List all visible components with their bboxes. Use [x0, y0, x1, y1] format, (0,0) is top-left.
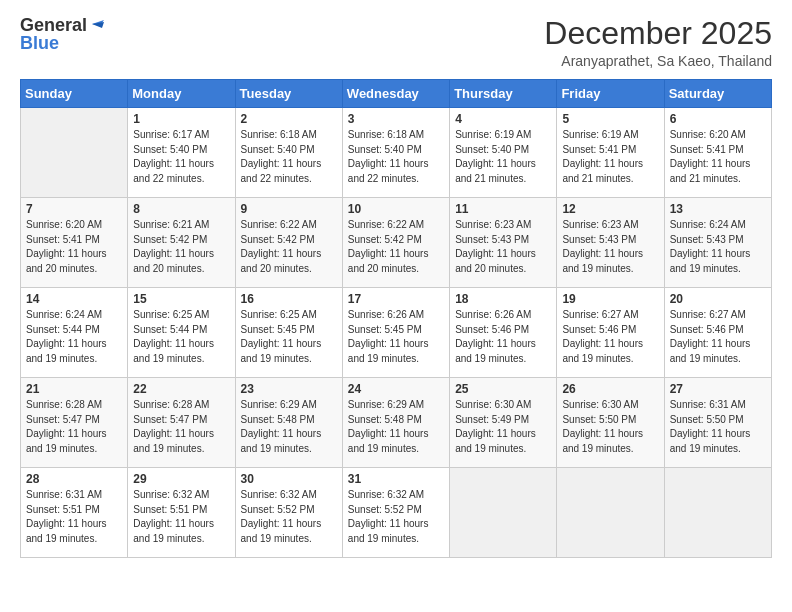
day-number: 8: [133, 202, 229, 216]
sunrise-text: Sunrise: 6:28 AM: [26, 399, 102, 410]
day-number: 1: [133, 112, 229, 126]
weekday-header-sunday: Sunday: [21, 80, 128, 108]
calendar-week-2: 7Sunrise: 6:20 AMSunset: 5:41 PMDaylight…: [21, 198, 772, 288]
calendar-cell: 21Sunrise: 6:28 AMSunset: 5:47 PMDayligh…: [21, 378, 128, 468]
sunrise-text: Sunrise: 6:23 AM: [455, 219, 531, 230]
day-number: 16: [241, 292, 337, 306]
calendar-cell: 5Sunrise: 6:19 AMSunset: 5:41 PMDaylight…: [557, 108, 664, 198]
sunrise-text: Sunrise: 6:32 AM: [348, 489, 424, 500]
cell-info: Sunrise: 6:25 AMSunset: 5:44 PMDaylight:…: [133, 308, 229, 366]
sunset-text: Sunset: 5:48 PM: [241, 414, 315, 425]
sunset-text: Sunset: 5:42 PM: [133, 234, 207, 245]
sunset-text: Sunset: 5:50 PM: [562, 414, 636, 425]
sunset-text: Sunset: 5:42 PM: [241, 234, 315, 245]
cell-info: Sunrise: 6:19 AMSunset: 5:40 PMDaylight:…: [455, 128, 551, 186]
sunset-text: Sunset: 5:51 PM: [26, 504, 100, 515]
cell-info: Sunrise: 6:26 AMSunset: 5:46 PMDaylight:…: [455, 308, 551, 366]
sunset-text: Sunset: 5:46 PM: [562, 324, 636, 335]
cell-info: Sunrise: 6:28 AMSunset: 5:47 PMDaylight:…: [26, 398, 122, 456]
sunrise-text: Sunrise: 6:31 AM: [670, 399, 746, 410]
page-header: General Blue December 2025 Aranyaprathet…: [20, 16, 772, 69]
weekday-header-monday: Monday: [128, 80, 235, 108]
day-number: 25: [455, 382, 551, 396]
cell-info: Sunrise: 6:24 AMSunset: 5:43 PMDaylight:…: [670, 218, 766, 276]
cell-info: Sunrise: 6:19 AMSunset: 5:41 PMDaylight:…: [562, 128, 658, 186]
calendar-cell: 31Sunrise: 6:32 AMSunset: 5:52 PMDayligh…: [342, 468, 449, 558]
calendar-cell: 18Sunrise: 6:26 AMSunset: 5:46 PMDayligh…: [450, 288, 557, 378]
cell-info: Sunrise: 6:22 AMSunset: 5:42 PMDaylight:…: [348, 218, 444, 276]
cell-info: Sunrise: 6:26 AMSunset: 5:45 PMDaylight:…: [348, 308, 444, 366]
sunset-text: Sunset: 5:40 PM: [455, 144, 529, 155]
sunrise-text: Sunrise: 6:22 AM: [241, 219, 317, 230]
cell-info: Sunrise: 6:29 AMSunset: 5:48 PMDaylight:…: [348, 398, 444, 456]
cell-info: Sunrise: 6:18 AMSunset: 5:40 PMDaylight:…: [241, 128, 337, 186]
calendar-cell: 26Sunrise: 6:30 AMSunset: 5:50 PMDayligh…: [557, 378, 664, 468]
day-number: 7: [26, 202, 122, 216]
daylight-label: Daylight: 11 hours and 20 minutes.: [241, 248, 322, 274]
sunset-text: Sunset: 5:48 PM: [348, 414, 422, 425]
calendar-header: SundayMondayTuesdayWednesdayThursdayFrid…: [21, 80, 772, 108]
calendar-cell: 8Sunrise: 6:21 AMSunset: 5:42 PMDaylight…: [128, 198, 235, 288]
sunset-text: Sunset: 5:41 PM: [562, 144, 636, 155]
sunrise-text: Sunrise: 6:20 AM: [670, 129, 746, 140]
sunrise-text: Sunrise: 6:32 AM: [133, 489, 209, 500]
cell-info: Sunrise: 6:25 AMSunset: 5:45 PMDaylight:…: [241, 308, 337, 366]
daylight-label: Daylight: 11 hours and 20 minutes.: [348, 248, 429, 274]
day-number: 18: [455, 292, 551, 306]
sunrise-text: Sunrise: 6:18 AM: [241, 129, 317, 140]
cell-info: Sunrise: 6:27 AMSunset: 5:46 PMDaylight:…: [562, 308, 658, 366]
daylight-label: Daylight: 11 hours and 19 minutes.: [348, 338, 429, 364]
daylight-label: Daylight: 11 hours and 19 minutes.: [26, 338, 107, 364]
daylight-label: Daylight: 11 hours and 19 minutes.: [348, 518, 429, 544]
calendar-cell: 12Sunrise: 6:23 AMSunset: 5:43 PMDayligh…: [557, 198, 664, 288]
daylight-label: Daylight: 11 hours and 22 minutes.: [241, 158, 322, 184]
sunrise-text: Sunrise: 6:29 AM: [241, 399, 317, 410]
calendar-cell: 16Sunrise: 6:25 AMSunset: 5:45 PMDayligh…: [235, 288, 342, 378]
sunset-text: Sunset: 5:43 PM: [455, 234, 529, 245]
cell-info: Sunrise: 6:18 AMSunset: 5:40 PMDaylight:…: [348, 128, 444, 186]
calendar-cell: 17Sunrise: 6:26 AMSunset: 5:45 PMDayligh…: [342, 288, 449, 378]
day-number: 30: [241, 472, 337, 486]
daylight-label: Daylight: 11 hours and 19 minutes.: [670, 428, 751, 454]
cell-info: Sunrise: 6:22 AMSunset: 5:42 PMDaylight:…: [241, 218, 337, 276]
cell-info: Sunrise: 6:28 AMSunset: 5:47 PMDaylight:…: [133, 398, 229, 456]
sunset-text: Sunset: 5:47 PM: [26, 414, 100, 425]
sunrise-text: Sunrise: 6:21 AM: [133, 219, 209, 230]
daylight-label: Daylight: 11 hours and 20 minutes.: [455, 248, 536, 274]
cell-info: Sunrise: 6:23 AMSunset: 5:43 PMDaylight:…: [562, 218, 658, 276]
day-number: 6: [670, 112, 766, 126]
calendar-cell: 28Sunrise: 6:31 AMSunset: 5:51 PMDayligh…: [21, 468, 128, 558]
cell-info: Sunrise: 6:32 AMSunset: 5:52 PMDaylight:…: [241, 488, 337, 546]
calendar-cell: 14Sunrise: 6:24 AMSunset: 5:44 PMDayligh…: [21, 288, 128, 378]
sunset-text: Sunset: 5:47 PM: [133, 414, 207, 425]
sunset-text: Sunset: 5:45 PM: [348, 324, 422, 335]
weekday-header-thursday: Thursday: [450, 80, 557, 108]
day-number: 12: [562, 202, 658, 216]
calendar-cell: 6Sunrise: 6:20 AMSunset: 5:41 PMDaylight…: [664, 108, 771, 198]
calendar-week-3: 14Sunrise: 6:24 AMSunset: 5:44 PMDayligh…: [21, 288, 772, 378]
sunrise-text: Sunrise: 6:23 AM: [562, 219, 638, 230]
calendar-cell: 15Sunrise: 6:25 AMSunset: 5:44 PMDayligh…: [128, 288, 235, 378]
sunset-text: Sunset: 5:44 PM: [26, 324, 100, 335]
daylight-label: Daylight: 11 hours and 19 minutes.: [26, 428, 107, 454]
sunrise-text: Sunrise: 6:20 AM: [26, 219, 102, 230]
calendar-week-5: 28Sunrise: 6:31 AMSunset: 5:51 PMDayligh…: [21, 468, 772, 558]
title-block: December 2025 Aranyaprathet, Sa Kaeo, Th…: [544, 16, 772, 69]
weekday-header-row: SundayMondayTuesdayWednesdayThursdayFrid…: [21, 80, 772, 108]
sunrise-text: Sunrise: 6:22 AM: [348, 219, 424, 230]
daylight-label: Daylight: 11 hours and 22 minutes.: [133, 158, 214, 184]
sunrise-text: Sunrise: 6:30 AM: [562, 399, 638, 410]
sunrise-text: Sunrise: 6:31 AM: [26, 489, 102, 500]
sunrise-text: Sunrise: 6:24 AM: [26, 309, 102, 320]
day-number: 20: [670, 292, 766, 306]
daylight-label: Daylight: 11 hours and 19 minutes.: [562, 248, 643, 274]
calendar-cell: 4Sunrise: 6:19 AMSunset: 5:40 PMDaylight…: [450, 108, 557, 198]
day-number: 15: [133, 292, 229, 306]
daylight-label: Daylight: 11 hours and 19 minutes.: [26, 518, 107, 544]
day-number: 2: [241, 112, 337, 126]
day-number: 22: [133, 382, 229, 396]
cell-info: Sunrise: 6:23 AMSunset: 5:43 PMDaylight:…: [455, 218, 551, 276]
daylight-label: Daylight: 11 hours and 20 minutes.: [26, 248, 107, 274]
day-number: 19: [562, 292, 658, 306]
calendar-cell: 22Sunrise: 6:28 AMSunset: 5:47 PMDayligh…: [128, 378, 235, 468]
